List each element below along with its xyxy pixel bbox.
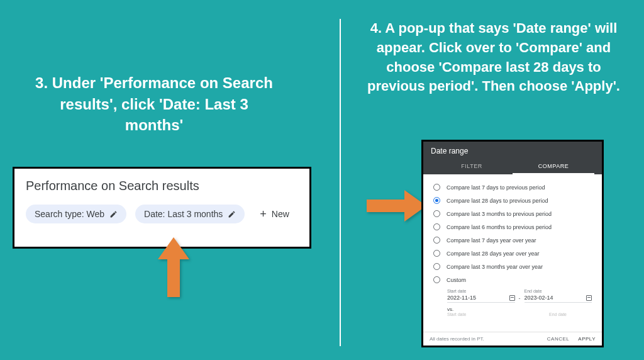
option-28days-prev[interactable]: Compare last 28 days to previous period: [433, 194, 592, 207]
end-date-value: 2023-02-14: [525, 295, 553, 301]
start-date-value: 2022-11-15: [447, 295, 476, 301]
radio-icon: [433, 184, 440, 191]
end-date-label: End date: [525, 289, 592, 293]
annotation-arrow-up: [158, 237, 189, 297]
start-date-label: Start date: [447, 289, 515, 293]
option-3months-yoy[interactable]: Compare last 3 months year over year: [433, 260, 592, 273]
pencil-icon: [109, 210, 118, 218]
vs-end-placeholder: End date: [549, 312, 567, 317]
radio-icon: [433, 237, 440, 244]
tab-filter[interactable]: FILTER: [431, 159, 513, 174]
new-filter-button[interactable]: + New: [253, 205, 296, 223]
modal-title: Date range: [431, 147, 594, 155]
option-7days-yoy[interactable]: Compare last 7 days year over year: [433, 233, 592, 247]
footer-actions: CANCEL APPLY: [547, 336, 596, 342]
option-label: Compare last 28 days to previous period: [447, 198, 548, 204]
end-date-field[interactable]: End date 2023-02-14: [525, 289, 592, 303]
custom-date-fields: Start date 2022-11-15 - End date 2023-02…: [447, 289, 592, 303]
option-label: Compare last 3 months to previous period: [447, 211, 552, 217]
panel-title: Performance on Search results: [26, 179, 298, 193]
compare-options: Compare last 7 days to previous period C…: [423, 174, 602, 332]
tab-compare[interactable]: COMPARE: [513, 159, 594, 174]
radio-icon: [433, 210, 440, 217]
chip-search-type[interactable]: Search type: Web: [26, 205, 126, 223]
instruction-step-3: 3. Under 'Performance on Search results'…: [35, 72, 274, 136]
radio-icon: [433, 223, 440, 230]
filter-chip-row: Search type: Web Date: Last 3 months + N…: [26, 205, 298, 223]
annotation-arrow-right: [367, 190, 426, 222]
cancel-button[interactable]: CANCEL: [547, 336, 569, 342]
date-range-modal: Date range FILTER COMPARE Compare last 7…: [421, 140, 604, 347]
chip-date[interactable]: Date: Last 3 months: [135, 205, 245, 223]
option-label: Compare last 6 months to previous period: [447, 224, 552, 230]
new-filter-label: New: [272, 209, 289, 219]
calendar-icon: [586, 295, 592, 301]
option-7days-prev[interactable]: Compare last 7 days to previous period: [433, 181, 592, 194]
option-custom[interactable]: Custom: [433, 273, 592, 286]
modal-header: Date range FILTER COMPARE: [423, 142, 602, 174]
option-label: Compare last 3 months year over year: [447, 264, 543, 270]
option-label: Compare last 28 days year over year: [447, 250, 540, 257]
svg-marker-1: [367, 190, 426, 222]
modal-tabs: FILTER COMPARE: [431, 159, 594, 174]
option-28days-yoy[interactable]: Compare last 28 days year over year: [433, 247, 592, 260]
option-label: Compare last 7 days to previous period: [447, 184, 545, 191]
radio-icon: [433, 263, 440, 270]
option-label: Custom: [447, 277, 466, 283]
option-6months-prev[interactable]: Compare last 6 months to previous period: [433, 220, 592, 233]
option-3months-prev[interactable]: Compare last 3 months to previous period: [433, 207, 592, 220]
timezone-note: All dates recorded in PT.: [430, 336, 484, 342]
chip-date-label: Date: Last 3 months: [144, 209, 223, 219]
vs-date-placeholders: Start date End date: [447, 312, 592, 317]
vs-start-placeholder: Start date: [447, 312, 466, 317]
start-date-field[interactable]: Start date 2022-11-15: [447, 289, 515, 303]
option-label: Compare last 7 days year over year: [447, 237, 536, 244]
performance-panel: Performance on Search results Search typ…: [13, 167, 311, 249]
date-range-dash: -: [519, 295, 521, 303]
modal-footer: All dates recorded in PT. CANCEL APPLY: [423, 332, 602, 346]
instruction-step-4: 4. A pop-up that says 'Date range' will …: [365, 19, 623, 96]
calendar-icon: [509, 295, 515, 301]
vertical-divider: [340, 19, 341, 346]
radio-icon: [433, 197, 440, 204]
chip-search-type-label: Search type: Web: [35, 209, 104, 219]
svg-marker-0: [158, 237, 189, 297]
radio-icon: [433, 250, 440, 257]
apply-button[interactable]: APPLY: [578, 336, 596, 342]
vs-label: vs.: [447, 307, 592, 312]
pencil-icon: [228, 210, 236, 218]
radio-icon: [433, 276, 440, 283]
